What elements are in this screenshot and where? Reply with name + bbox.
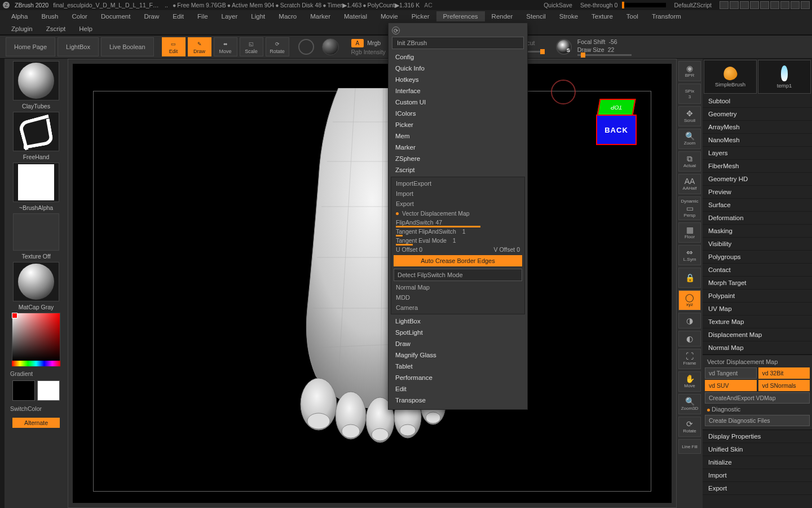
panel-visibility[interactable]: Visibility — [703, 238, 812, 251]
lightbox-button[interactable]: LightBox — [58, 37, 99, 56]
color-picker[interactable] — [12, 313, 60, 361]
alternate-button[interactable]: Alternate — [12, 418, 60, 428]
pref-quickinfo[interactable]: Quick Info — [392, 63, 524, 74]
menu-alpha[interactable]: Alpha — [5, 11, 34, 21]
line-fill-button[interactable]: Line Fill — [678, 439, 701, 454]
menu-transform[interactable]: Transform — [645, 11, 688, 21]
close-icon[interactable] — [801, 1, 810, 9]
maximize-icon[interactable] — [791, 1, 800, 9]
panel-normalmap[interactable]: Normal Map — [703, 341, 812, 354]
stroke-swatch[interactable] — [13, 112, 59, 151]
menu-texture[interactable]: Texture — [585, 11, 620, 21]
pref-hotkeys[interactable]: Hotkeys — [392, 74, 524, 85]
pref-spotlight[interactable]: SpotLight — [392, 327, 524, 338]
layout-icon[interactable] — [730, 1, 739, 9]
texture-swatch[interactable] — [13, 213, 59, 251]
aahalf-button[interactable]: AAAAHalf — [678, 174, 701, 194]
panel-fibermesh[interactable]: FiberMesh — [703, 160, 812, 173]
brush-swatch[interactable] — [13, 61, 59, 100]
local-sym-button[interactable]: ⇔L.Sym — [678, 245, 701, 265]
see-through-track[interactable] — [622, 3, 666, 7]
detect-flipswitch-mode-button[interactable]: Detect FilpSwitch Mode — [394, 269, 522, 281]
canvas[interactable]: TOP BACK — [73, 64, 672, 503]
vd-tangent-toggle[interactable]: vd Tangent — [705, 367, 757, 379]
panel-export[interactable]: Export — [703, 482, 812, 495]
see-through-slider[interactable]: See-through 0 — [580, 2, 667, 8]
lock-button[interactable]: 🔒 — [678, 268, 701, 288]
vd-snormals-toggle[interactable]: vd SNormals — [758, 380, 810, 391]
menu-color[interactable]: Color — [65, 11, 94, 21]
flip-and-switch-slider[interactable]: FlipAndSwitch47 — [392, 218, 523, 227]
pref-vdm-header[interactable]: Vector Displacement Map — [402, 210, 470, 217]
layout-icon[interactable] — [750, 1, 759, 9]
pref-icolors[interactable]: IColors — [392, 108, 524, 119]
panel-preview[interactable]: Preview — [703, 186, 812, 199]
home-page-button[interactable]: Home Page — [6, 37, 55, 56]
pref-importexport-header[interactable]: ImportExport — [392, 178, 523, 189]
tool-slot-temp1[interactable]: temp1 — [758, 60, 811, 94]
spix-button[interactable]: SPix3 — [678, 84, 701, 104]
primary-color-swatch[interactable] — [37, 380, 60, 401]
panel-displayproperties[interactable]: Display Properties — [703, 430, 812, 443]
zoom3d-button[interactable]: 🔍Zoom3D — [678, 394, 701, 414]
pref-draw[interactable]: Draw — [392, 338, 524, 349]
rotate-view-button[interactable]: ⟳Rotate — [678, 417, 701, 437]
transp-button[interactable]: ◐ — [678, 331, 701, 347]
panel-texturemap[interactable]: Texture Map — [703, 316, 812, 329]
viewport[interactable]: TOP BACK — [68, 59, 677, 508]
polyframe-button[interactable]: ◑ — [678, 313, 701, 329]
persp-button[interactable]: Dynamic▭Persp — [678, 196, 701, 220]
panel-nanomesh[interactable]: NanoMesh — [703, 134, 812, 147]
panel-initialize[interactable]: Initialize — [703, 456, 812, 469]
xyz-button[interactable]: ◯xyz — [678, 290, 701, 310]
switch-color-button[interactable]: SwitchColor — [10, 405, 62, 412]
pref-mem[interactable]: Mem — [392, 130, 524, 142]
quicksave-button[interactable]: QuickSave — [544, 2, 572, 8]
pref-mdd[interactable]: MDD — [392, 292, 523, 303]
menu-stencil[interactable]: Stencil — [519, 11, 553, 21]
pref-performance[interactable]: Performance — [392, 372, 524, 383]
dynamic-brush-toggle-icon[interactable]: S — [556, 39, 572, 55]
gradient-label[interactable]: Gradient — [10, 370, 65, 377]
u-offset-slider[interactable]: U Offset 0 — [396, 246, 422, 253]
menu-material[interactable]: Material — [337, 11, 374, 21]
menu-file[interactable]: File — [191, 11, 215, 21]
tangent-flip-switch-slider[interactable]: Tangent FlipAndSwitch 1 — [392, 227, 523, 236]
frame-button[interactable]: ⛶Frame — [678, 349, 701, 369]
panel-contact[interactable]: Contact — [703, 264, 812, 277]
pref-transpose[interactable]: Transpose — [392, 395, 524, 406]
menu-zscript[interactable]: Zscript — [39, 24, 73, 34]
scale-mode-button[interactable]: ◱Scale — [240, 37, 263, 56]
pref-export[interactable]: Export — [392, 199, 523, 209]
edit-mode-button[interactable]: ▭Edit — [162, 37, 186, 56]
menu-render[interactable]: Render — [485, 11, 520, 21]
menu-stroke[interactable]: Stroke — [553, 11, 585, 21]
auto-crease-border-edges-button[interactable]: Auto Crease Border Edges — [394, 255, 522, 266]
scroll-button[interactable]: ✥Scroll — [678, 106, 701, 126]
panel-masking[interactable]: Masking — [703, 225, 812, 238]
panel-surface[interactable]: Surface — [703, 199, 812, 212]
vdm-header[interactable]: Vector Displacement Map — [705, 357, 810, 366]
menu-edit[interactable]: Edit — [166, 11, 191, 21]
menu-marker[interactable]: Marker — [303, 11, 337, 21]
init-zbrush-button[interactable]: Init ZBrush — [392, 37, 524, 49]
menu-tool[interactable]: Tool — [620, 11, 645, 21]
vd-suv-toggle[interactable]: vd SUV — [705, 380, 757, 391]
pref-camera[interactable]: Camera — [392, 303, 523, 313]
minimize-icon[interactable] — [780, 1, 789, 9]
panel-geometryhd[interactable]: Geometry HD — [703, 173, 812, 186]
pref-lightbox[interactable]: LightBox — [392, 316, 524, 327]
layout-icon[interactable] — [740, 1, 749, 9]
live-boolean-button[interactable]: Live Boolean — [101, 37, 154, 56]
v-offset-slider[interactable]: V Offset 0 — [493, 246, 520, 253]
panel-deformation[interactable]: Deformation — [703, 212, 812, 225]
panel-import[interactable]: Import — [703, 469, 812, 482]
vd-32bit-toggle[interactable]: vd 32Bit — [758, 367, 810, 379]
panel-subtool[interactable]: Subtool — [703, 95, 812, 108]
pref-normalmap[interactable]: Normal Map — [392, 282, 523, 292]
left-tray-handle[interactable] — [0, 59, 5, 508]
menu-picker[interactable]: Picker — [405, 11, 436, 21]
pref-edit[interactable]: Edit — [392, 383, 524, 395]
layout-icon[interactable] — [760, 1, 769, 9]
tangent-eval-mode-slider[interactable]: Tangent Eval Mode 1 — [392, 236, 523, 245]
